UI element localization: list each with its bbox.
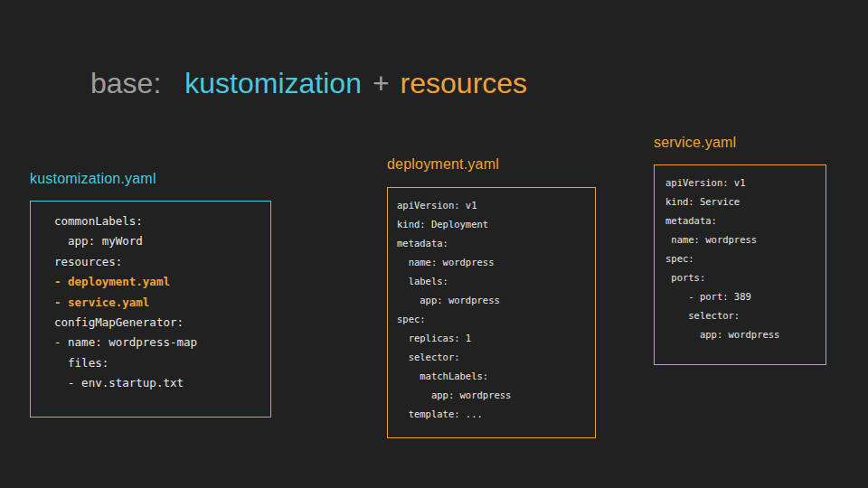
code-line: spec: (665, 249, 818, 268)
code-box-deployment: apiVersion: v1kind: Deploymentmetadata: … (387, 187, 596, 438)
code-line: app: myWord (54, 231, 263, 251)
code-line: files: (54, 353, 263, 373)
file-label-deployment: deployment.yaml (387, 156, 499, 173)
code-line: app: wordpress (665, 325, 818, 344)
code-line: metadata: (665, 211, 818, 230)
code-line: kind: Service (665, 192, 818, 211)
slide-canvas: base:kustomization+resources kustomizati… (0, 0, 868, 488)
code-line: template: ... (397, 405, 588, 424)
code-line: apiVersion: v1 (397, 196, 588, 215)
code-line: ports: (665, 268, 818, 287)
file-label-kustomization: kustomization.yaml (30, 171, 156, 187)
code-line: replicas: 1 (397, 329, 588, 348)
title-base-text: base: (90, 67, 161, 99)
code-line: matchLabels: (397, 367, 588, 386)
code-line: - env.startup.txt (54, 373, 263, 393)
code-line: commonLabels: (54, 211, 263, 231)
code-line: - name: wordpress-map (54, 333, 263, 352)
code-line: name: wordpress (665, 230, 818, 249)
code-line: metadata: (397, 234, 588, 253)
code-line: - service.yaml (54, 293, 263, 313)
title-kustomization-text: kustomization (184, 67, 362, 99)
code-line: labels: (397, 272, 588, 291)
code-line: selector: (665, 306, 818, 325)
slide-title: base:kustomization+resources (90, 68, 527, 99)
file-label-service: service.yaml (654, 135, 736, 151)
code-line: selector: (397, 348, 588, 367)
code-line: resources: (54, 252, 263, 272)
code-line: - port: 389 (665, 287, 818, 306)
code-line: spec: (397, 310, 588, 329)
code-box-service: apiVersion: v1kind: Servicemetadata: nam… (654, 164, 826, 365)
title-resources-text: resources (401, 67, 528, 99)
code-line: - deployment.yaml (54, 272, 263, 292)
code-line: app: wordpress (397, 291, 588, 310)
code-box-kustomization: commonLabels: app: myWordresources:- dep… (30, 201, 271, 418)
code-line: apiVersion: v1 (665, 174, 818, 192)
title-plus-sign: + (373, 67, 390, 99)
code-line: configMapGenerator: (54, 313, 263, 333)
code-line: kind: Deployment (397, 215, 588, 234)
code-line: name: wordpress (397, 253, 588, 272)
code-line: app: wordpress (397, 386, 588, 405)
